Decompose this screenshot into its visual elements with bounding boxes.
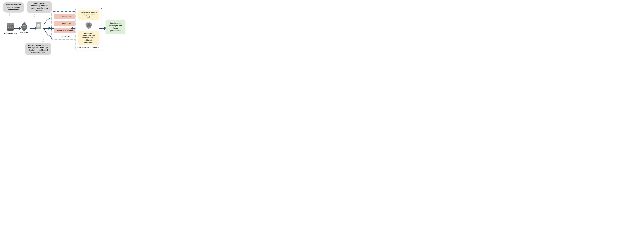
arrow-body-1	[14, 28, 19, 29]
svg-rect-20	[37, 27, 40, 28]
svg-point-11	[12, 28, 13, 28]
conclusion-box: Conclusions, challenges and future persp…	[106, 20, 126, 34]
thought-dot-bot-1	[43, 39, 44, 40]
arrow-class-to-valid	[71, 26, 75, 30]
arrow-body-3	[43, 28, 48, 29]
thought-dot-bot-2	[42, 40, 44, 42]
arrow-doc-to-class	[43, 26, 51, 30]
svg-point-9	[8, 28, 9, 28]
diagram-wrapper: There are different kinds of contract vu…	[1, 1, 160, 60]
arrow-head-back	[50, 26, 52, 30]
document-icon	[36, 22, 43, 31]
arrow-body-2	[30, 28, 35, 29]
svg-point-5	[6, 23, 14, 25]
research-section: Research	[20, 21, 29, 34]
smart-contracts-label: Smart contracts	[4, 32, 17, 34]
svg-point-7	[10, 26, 11, 26]
thought-bubble-vulnerabilities: There are different kinds of contract vu…	[3, 2, 24, 16]
svg-point-6	[8, 26, 9, 26]
validation-item-experimental: Experimental validation of 3 representat…	[78, 10, 100, 20]
svg-rect-17	[37, 24, 40, 25]
document-section	[36, 22, 43, 31]
thought-dot-2	[9, 15, 10, 16]
validation-label: Validation and Comparison	[77, 46, 100, 48]
research-label: Research	[20, 32, 28, 34]
svg-rect-18	[37, 25, 40, 26]
arrow-body-back	[52, 28, 54, 29]
thought-dot-top-2	[34, 16, 35, 17]
arrow-body-vc	[99, 28, 104, 29]
svg-point-2	[6, 28, 14, 31]
arrow-body-class-valid	[73, 28, 75, 29]
arrow-head-class-valid	[71, 26, 73, 30]
svg-point-10	[10, 28, 11, 28]
thought-text-classify: We classify deep learning tools by open …	[25, 42, 51, 55]
thought-text-vulnerabilities: There are different kinds of contract vu…	[3, 2, 24, 12]
validation-box: Experimental validation of 3 representat…	[75, 8, 102, 50]
svg-rect-14	[24, 30, 25, 31]
thought-text-method: Smart contract vulnerability detection m…	[27, 1, 52, 13]
svg-point-8	[12, 26, 13, 26]
thought-dot-1	[9, 13, 10, 14]
venn-icon	[85, 21, 92, 29]
thought-bubble-classify: We classify deep learning tools by open …	[25, 39, 51, 55]
research-icon	[20, 21, 29, 31]
thought-dot-top-1	[34, 14, 35, 15]
validation-item-performance: Performance comparison with traditional …	[78, 31, 100, 45]
arrow-class-to-research-back	[50, 26, 54, 30]
svg-rect-19	[37, 26, 40, 26]
